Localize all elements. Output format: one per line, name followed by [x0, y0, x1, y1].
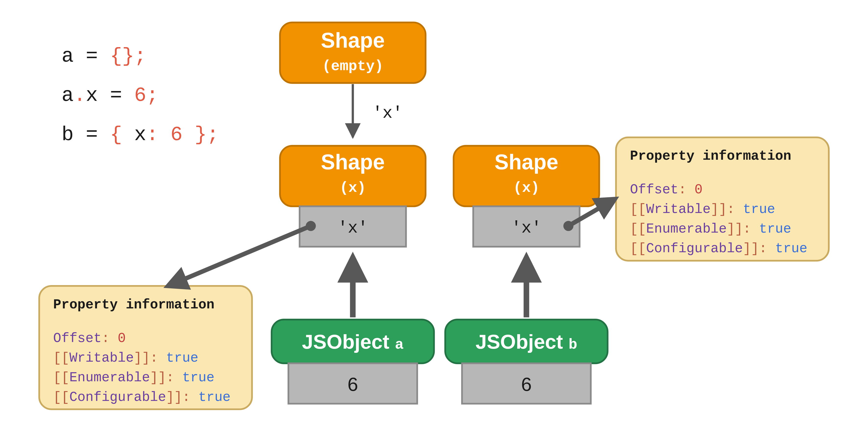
jsobject-b-value: 6 [521, 374, 531, 395]
shape-empty-node: Shape (empty) [280, 22, 426, 83]
code-block: a = {}; a.x = 6; b = { x: 6 }; [62, 45, 219, 146]
jsobject-b-title: JSObject [476, 331, 563, 353]
shape-b-title: Shape [495, 150, 558, 174]
propinfo-arrow-left [168, 226, 311, 286]
svg-text:[[Enumerable]]: true: [[Enumerable]]: true [53, 370, 214, 385]
shape-a-title: Shape [321, 150, 385, 174]
propinfo-title: Property information [630, 148, 791, 164]
jsobject-b-node: JSObject b 6 [445, 320, 608, 404]
property-info-left: Property information Offset: 0 [[Writabl… [39, 286, 252, 409]
jsobject-a-title: JSObject [302, 331, 390, 353]
shape-b-prop: 'x' [511, 219, 541, 238]
shape-empty-title: Shape [321, 28, 385, 52]
shape-b-subtitle: (x) [514, 180, 539, 196]
jsobject-b-name: b [568, 337, 577, 353]
svg-text:[[Enumerable]]: true: [[Enumerable]]: true [630, 221, 791, 236]
shape-b-node: Shape (x) 'x' [454, 146, 599, 247]
transition-label: 'x' [372, 104, 403, 123]
jsobject-a-value: 6 [347, 374, 358, 395]
propinfo-title: Property information [53, 297, 214, 312]
svg-text:JSObject
       
      a: JSObject a [302, 331, 404, 353]
svg-text:[[Writable]]: true: [[Writable]]: true [630, 202, 775, 217]
code-var: a [62, 45, 73, 68]
jsobject-a-name: a [395, 337, 404, 353]
shape-a-prop: 'x' [338, 219, 368, 238]
shape-a-subtitle: (x) [340, 180, 366, 196]
svg-text:[[Configurable]]: true: [[Configurable]]: true [53, 390, 230, 405]
svg-text:[[Configurable]]: true: [[Configurable]]: true [630, 241, 807, 256]
svg-text:[[Writable]]: true: [[Writable]]: true [53, 350, 198, 366]
svg-text:a = {};: a = {}; [62, 45, 146, 68]
svg-text:b = { x: 6 };: b = { x: 6 }; [62, 123, 219, 146]
shape-transition-diagram: a = {}; a.x = 6; b = { x: 6 }; Shape (em… [0, 0, 868, 422]
svg-text:Offset: 0: Offset: 0 [53, 331, 126, 346]
jsobject-a-node: JSObject a 6 [272, 320, 434, 404]
svg-text:Offset: 0: Offset: 0 [630, 182, 703, 197]
svg-text:JSObject
       
      b: JSObject b [476, 331, 577, 353]
svg-text:a.x = 6;: a.x = 6; [62, 84, 158, 107]
shape-empty-subtitle: (empty) [322, 58, 383, 75]
property-info-right: Property information Offset: 0 [[Writabl… [616, 137, 829, 261]
